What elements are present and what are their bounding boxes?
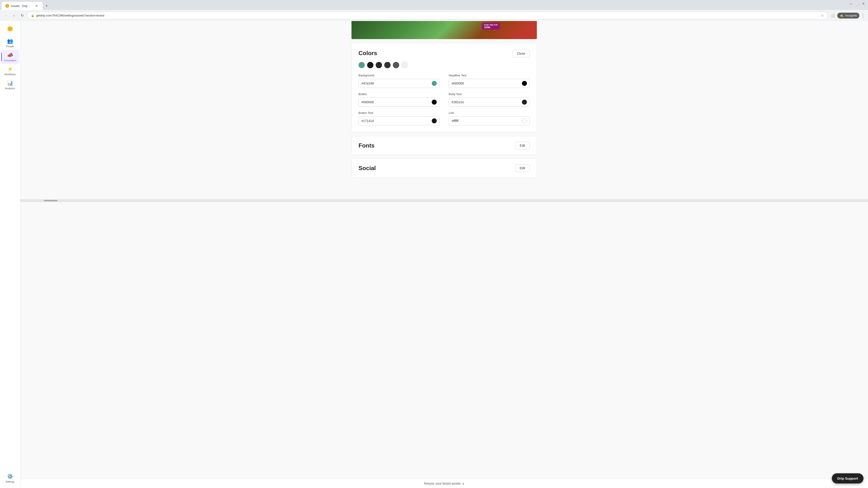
main-content: Fado Taki Full 100M Colors Close: [20, 21, 868, 488]
sidebar-item-workflows[interactable]: ⚡ Workflows: [1, 64, 19, 78]
bookmark-icon[interactable]: ☆: [821, 13, 824, 18]
link-value: #ffffff: [452, 119, 522, 123]
social-edit-button[interactable]: Edit: [515, 164, 530, 172]
link-input[interactable]: #ffffff: [449, 116, 530, 125]
body-text-label: Body Text: [449, 92, 530, 96]
close-button[interactable]: Close: [512, 50, 530, 57]
address-bar[interactable]: 🔒 getdrip.com/7641396/settings/assets?se…: [27, 12, 828, 19]
settings-label: Settings: [6, 480, 15, 483]
header-image-overlay: Fado Taki Full 100M: [482, 23, 500, 30]
swatch-black1[interactable]: [367, 62, 373, 68]
colors-section-header: Colors Close: [359, 50, 530, 57]
social-title: Social: [359, 165, 376, 172]
logo-icon: 🙂: [7, 26, 13, 32]
swatch-white[interactable]: [401, 62, 408, 68]
button-label: Button: [359, 92, 440, 96]
button-text-input[interactable]: #171414: [359, 116, 440, 125]
button-dot: [432, 100, 437, 105]
horizontal-scrollbar[interactable]: [20, 199, 868, 202]
swatch-medgray[interactable]: [393, 62, 399, 68]
background-value: #47a199: [362, 82, 432, 85]
body-text-dot: [522, 100, 527, 105]
url-text: getdrip.com/7641396/settings/assets?sect…: [36, 14, 819, 17]
incognito-label: Incognito: [845, 14, 857, 17]
new-tab-button[interactable]: +: [43, 3, 50, 9]
button-text-dot: [432, 119, 437, 123]
forward-button[interactable]: ›: [11, 12, 17, 19]
browser-menu-button[interactable]: ⋮: [861, 13, 865, 18]
sidebar-item-analytics[interactable]: 📊 Analytics: [1, 78, 19, 92]
swatch-teal[interactable]: [359, 62, 365, 68]
active-tab[interactable]: D Assets · Drip ✕: [2, 2, 42, 10]
body-text-field-group: Body Text #281e1e: [449, 92, 530, 107]
drip-support-label: Drip Support: [837, 477, 858, 480]
button-text-value: #171414: [362, 119, 432, 123]
body-text-value: #281e1e: [452, 100, 522, 104]
swatch-darkgray[interactable]: [384, 62, 391, 68]
active-indicator: [1, 53, 2, 61]
headline-text-value: #000000: [452, 82, 522, 85]
chevron-down-icon: ∨: [462, 482, 464, 485]
incognito-indicator: 🕵 Incognito: [837, 13, 860, 19]
browser-nav-right: ⬜ 🕵 Incognito ⋮: [830, 12, 865, 19]
color-swatches: [359, 62, 530, 68]
link-dot: [522, 119, 527, 123]
fonts-section: Fonts Edit: [351, 136, 537, 155]
color-fields-grid: Background #47a199 Headline Text #000000: [359, 74, 530, 125]
tab-title: Assets · Drip: [11, 4, 33, 8]
close-window-button[interactable]: ✕: [861, 1, 866, 6]
tab-close-button[interactable]: ✕: [34, 4, 39, 8]
button-input[interactable]: #000000: [359, 98, 440, 107]
maximize-button[interactable]: ⬜: [855, 1, 860, 6]
header-image: Fado Taki Full 100M: [351, 21, 537, 39]
drip-support-button[interactable]: Drip Support: [832, 473, 864, 484]
back-button[interactable]: ‹: [3, 12, 9, 19]
button-field-group: Button #000000: [359, 92, 440, 107]
people-icon: 👥: [7, 38, 13, 44]
people-label: People: [6, 45, 14, 48]
link-label: Link: [449, 111, 530, 115]
button-text-field-group: Button Text #171414: [359, 111, 440, 125]
colors-section: Colors Close Background: [351, 43, 537, 132]
settings-icon: ⚙️: [7, 474, 13, 480]
cast-button[interactable]: ⬜: [830, 12, 836, 19]
analytics-label: Analytics: [5, 87, 15, 90]
fonts-title: Fonts: [359, 142, 375, 149]
sidebar-item-logo[interactable]: 🙂: [1, 24, 19, 34]
resync-link[interactable]: Resync your brand assets ∨: [424, 482, 464, 485]
body-text-input[interactable]: #281e1e: [449, 98, 530, 107]
analytics-icon: 📊: [7, 80, 13, 86]
navigation-bar: ‹ › ↻ 🔒 getdrip.com/7641396/settings/ass…: [0, 10, 868, 21]
workflows-label: Workflows: [4, 73, 16, 76]
swatch-black2[interactable]: [376, 62, 382, 68]
campaigns-label: Campaigns: [4, 59, 17, 62]
headline-text-dot: [522, 81, 527, 86]
fonts-edit-button[interactable]: Edit: [515, 142, 530, 149]
lock-icon: 🔒: [31, 14, 34, 17]
sidebar-item-campaigns[interactable]: 📣 Campaigns: [1, 50, 19, 64]
sidebar-item-people[interactable]: 👥 People: [1, 36, 19, 50]
minimize-button[interactable]: —: [848, 1, 854, 6]
background-label: Background: [359, 74, 440, 77]
background-dot: [432, 81, 437, 86]
scroll-thumb[interactable]: [44, 200, 57, 201]
campaigns-icon: 📣: [7, 52, 13, 58]
colors-title: Colors: [359, 50, 377, 57]
button-value: #000000: [362, 100, 432, 104]
background-input[interactable]: #47a199: [359, 79, 440, 88]
headline-text-input[interactable]: #000000: [449, 79, 530, 88]
resync-label: Resync your brand assets: [424, 482, 461, 485]
headline-text-label: Headline Text: [449, 74, 530, 77]
tab-favicon: D: [5, 4, 9, 8]
reload-button[interactable]: ↻: [19, 12, 25, 19]
bottom-bar: Resync your brand assets ∨: [20, 479, 868, 488]
sidebar: 🙂 👥 People 📣 Campaigns ⚡ Workflows 📊 Ana…: [0, 21, 20, 488]
headline-text-field-group: Headline Text #000000: [449, 74, 530, 88]
social-section: Social Edit: [351, 159, 537, 177]
sidebar-item-settings[interactable]: ⚙️ Settings: [1, 471, 19, 485]
incognito-icon: 🕵: [839, 13, 844, 18]
link-field-group: Link #ffffff: [449, 111, 530, 125]
workflows-icon: ⚡: [7, 66, 13, 72]
background-field-group: Background #47a199: [359, 74, 440, 88]
button-text-label: Button Text: [359, 111, 440, 115]
